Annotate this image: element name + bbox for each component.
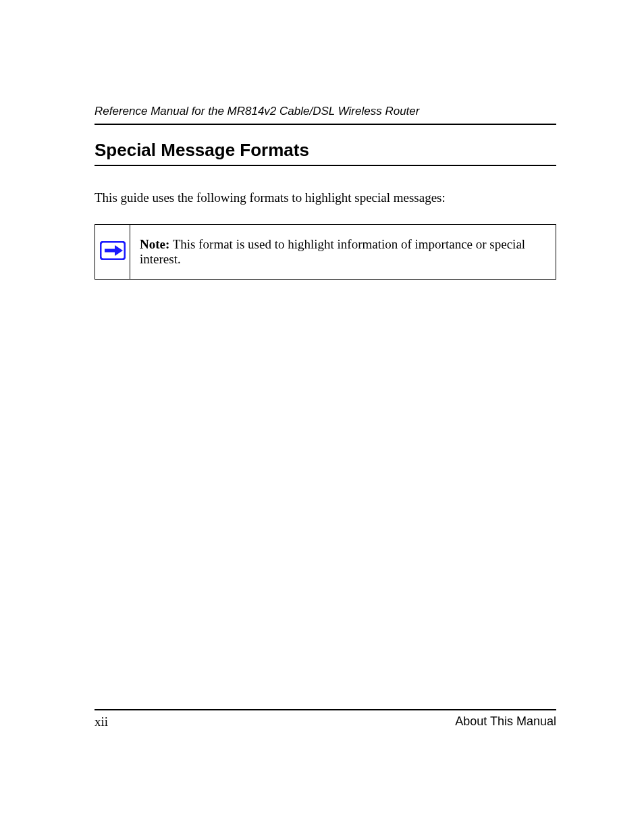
footer-section-name: About This Manual <box>455 714 556 729</box>
svg-marker-2 <box>115 245 123 256</box>
page-footer: xii About This Manual <box>95 709 556 729</box>
note-text: Note: This format is used to highlight i… <box>130 225 556 280</box>
note-label: Note: <box>140 237 169 251</box>
arrow-right-icon <box>100 241 126 260</box>
page-number: xii <box>95 714 108 729</box>
note-body: This format is used to highlight informa… <box>140 237 525 266</box>
intro-paragraph: This guide uses the following formats to… <box>95 190 556 205</box>
document-page: Reference Manual for the MR814v2 Cable/D… <box>0 0 644 834</box>
note-box: Note: This format is used to highlight i… <box>95 224 556 280</box>
note-icon-cell <box>95 225 130 280</box>
section-heading: Special Message Formats <box>95 140 556 166</box>
running-header: Reference Manual for the MR814v2 Cable/D… <box>95 105 556 125</box>
